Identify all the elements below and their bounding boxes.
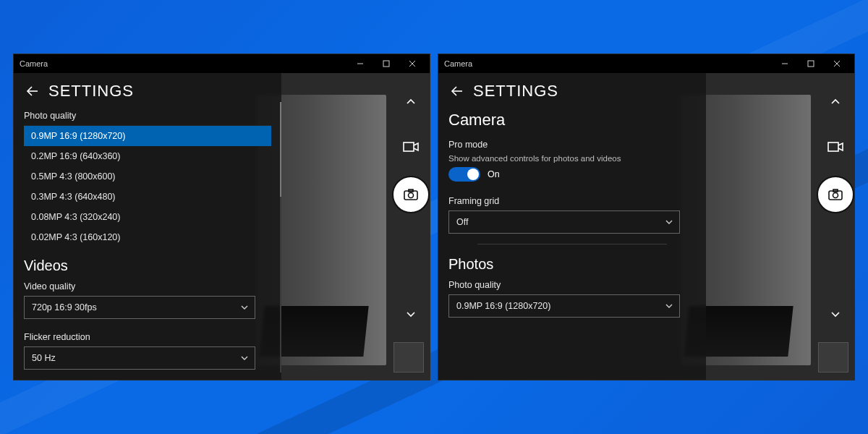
- settings-header: SETTINGS: [473, 82, 558, 101]
- chevron-up-icon[interactable]: [396, 88, 425, 116]
- back-button[interactable]: [448, 82, 466, 100]
- photo-quality-label: Photo quality: [448, 280, 696, 290]
- chevron-up-icon[interactable]: [821, 88, 850, 116]
- titlebar: Camera: [14, 54, 430, 73]
- gallery-thumbnail[interactable]: [818, 342, 848, 373]
- video-quality-label: Video quality: [24, 281, 271, 292]
- photo-quality-option[interactable]: 0.02MP 4:3 (160x120): [24, 227, 271, 247]
- video-quality-value: 720p 16:9 30fps: [32, 302, 240, 312]
- maximize-button[interactable]: [798, 54, 824, 73]
- divider: [477, 244, 667, 244]
- photo-quality-option[interactable]: 0.2MP 16:9 (640x360): [24, 146, 271, 166]
- flicker-value: 50 Hz: [32, 353, 240, 363]
- video-mode-icon[interactable]: [396, 132, 425, 161]
- app-title: Camera: [444, 59, 472, 68]
- videos-section-header: Videos: [24, 258, 271, 274]
- pro-mode-desc: Show advanced controls for photos and vi…: [448, 154, 696, 163]
- photo-quality-select[interactable]: 0.9MP 16:9 (1280x720): [448, 294, 680, 318]
- maximize-button[interactable]: [373, 54, 399, 73]
- gallery-thumbnail[interactable]: [393, 342, 424, 373]
- framing-grid-select[interactable]: Off: [448, 210, 680, 234]
- photo-quality-option[interactable]: 0.5MP 4:3 (800x600): [24, 166, 271, 187]
- right-sidebar: [392, 73, 430, 380]
- titlebar: Camera: [438, 54, 854, 73]
- photo-quality-value: 0.9MP 16:9 (1280x720): [456, 301, 665, 311]
- back-button[interactable]: [24, 82, 41, 100]
- pro-mode-toggle[interactable]: [448, 167, 480, 182]
- camera-window-right: Camera SETTINGS Camera P: [438, 54, 855, 380]
- shutter-button[interactable]: [818, 177, 853, 212]
- minimize-button[interactable]: [347, 54, 373, 73]
- photo-quality-label: Photo quality: [24, 111, 271, 121]
- app-title: Camera: [20, 59, 48, 68]
- minimize-button[interactable]: [772, 54, 798, 73]
- settings-header: SETTINGS: [48, 82, 134, 101]
- video-quality-select[interactable]: 720p 16:9 30fps: [24, 296, 255, 319]
- chevron-down-icon[interactable]: [396, 300, 425, 329]
- photo-quality-option[interactable]: 0.9MP 16:9 (1280x720): [24, 126, 271, 146]
- svg-rect-1: [383, 61, 389, 67]
- photo-quality-option[interactable]: 0.08MP 4:3 (320x240): [24, 207, 271, 227]
- svg-point-6: [409, 193, 414, 198]
- framing-grid-value: Off: [456, 217, 665, 227]
- shutter-button[interactable]: [393, 177, 428, 212]
- camera-section-header: Camera: [448, 111, 696, 129]
- svg-rect-4: [404, 142, 414, 151]
- settings-panel: SETTINGS Camera Pro mode Show advanced c…: [438, 73, 706, 380]
- pro-mode-label: Pro mode: [448, 140, 696, 150]
- pro-mode-state: On: [488, 169, 500, 179]
- svg-point-15: [833, 193, 838, 198]
- flicker-label: Flicker reduction: [24, 332, 271, 342]
- right-sidebar: [817, 73, 854, 380]
- chevron-down-icon[interactable]: [821, 300, 850, 329]
- camera-window-left: Camera SETTINGS Photo qu: [13, 54, 430, 380]
- settings-panel: SETTINGS Photo quality 0.9MP 16:9 (1280x…: [14, 73, 281, 380]
- flicker-select[interactable]: 50 Hz: [24, 346, 255, 370]
- close-button[interactable]: [399, 54, 425, 73]
- close-button[interactable]: [824, 54, 850, 73]
- photo-quality-option[interactable]: 0.3MP 4:3 (640x480): [24, 187, 271, 207]
- svg-rect-13: [828, 142, 838, 151]
- scrollbar[interactable]: [280, 102, 281, 373]
- photos-section-header: Photos: [448, 256, 696, 273]
- photo-quality-options: 0.9MP 16:9 (1280x720) 0.2MP 16:9 (640x36…: [24, 125, 271, 247]
- svg-rect-10: [808, 61, 814, 67]
- video-mode-icon[interactable]: [821, 132, 850, 161]
- framing-grid-label: Framing grid: [448, 196, 696, 206]
